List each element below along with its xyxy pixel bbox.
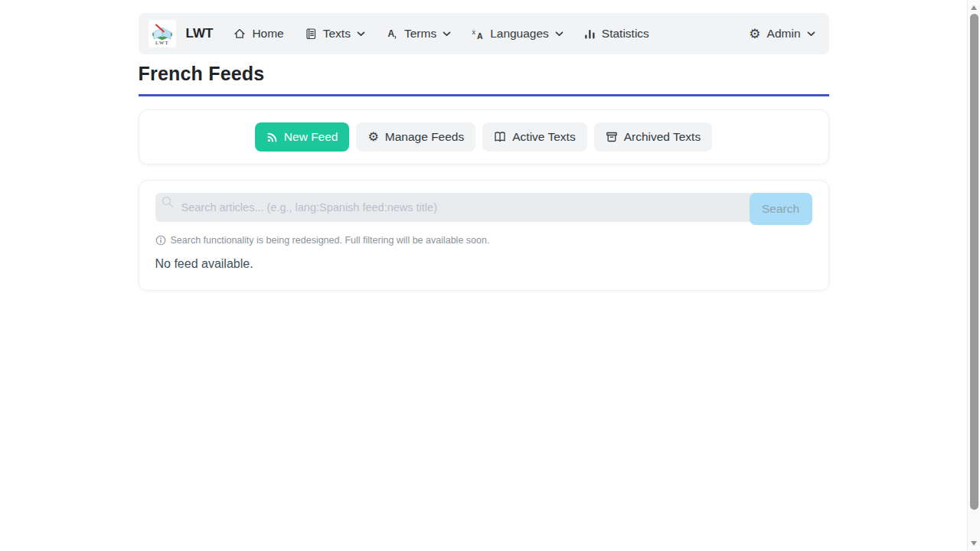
- brand-title[interactable]: LWT: [186, 26, 214, 41]
- scrollbar[interactable]: [967, 0, 980, 551]
- bar-chart-icon: [584, 28, 596, 40]
- search-input-wrap: [155, 193, 766, 222]
- gear-icon: ⚙: [749, 28, 760, 41]
- house-icon: [234, 28, 246, 40]
- nav-item-label: Statistics: [602, 27, 649, 41]
- nav-item-admin[interactable]: ⚙ Admin: [749, 27, 815, 41]
- nav-item-label: Admin: [767, 27, 801, 41]
- nav-item-terms[interactable]: A Terms: [386, 27, 451, 41]
- lwt-logo-icon: LWT: [150, 21, 175, 46]
- nav-item-home[interactable]: Home: [234, 27, 283, 41]
- scrollbar-up-arrow[interactable]: [971, 5, 977, 10]
- active-texts-label: Active Texts: [512, 130, 575, 144]
- rss-icon: [266, 132, 278, 143]
- lwt-logo[interactable]: LWT: [149, 20, 176, 47]
- manage-feeds-label: Manage Feeds: [385, 130, 464, 144]
- scrollbar-thumb[interactable]: [970, 14, 978, 510]
- chevron-down-icon: [555, 31, 564, 37]
- svg-text:A: A: [477, 31, 483, 41]
- nav-item-label: Terms: [404, 27, 436, 41]
- search-input[interactable]: [155, 193, 766, 222]
- page-viewport: LWT LWT Home: [0, 0, 980, 291]
- page-title: French Feeds: [139, 63, 829, 85]
- search-icon: [161, 195, 175, 212]
- archived-texts-button[interactable]: Archived Texts: [594, 122, 713, 152]
- chevron-down-icon: [357, 31, 365, 37]
- svg-text:A: A: [387, 28, 394, 39]
- nav-item-statistics[interactable]: Statistics: [584, 27, 649, 41]
- new-feed-button[interactable]: New Feed: [255, 122, 350, 152]
- archive-icon: [606, 131, 618, 143]
- search-button[interactable]: Search: [750, 193, 812, 225]
- book-open-icon: [494, 131, 506, 143]
- new-feed-label: New Feed: [284, 130, 338, 144]
- translate-icon: ẋ A: [472, 28, 484, 40]
- letter-a-accent-icon: A: [386, 28, 398, 40]
- feeds-list-card: Search Search functionality is being red…: [139, 180, 829, 291]
- scrollbar-down-arrow[interactable]: [971, 541, 977, 546]
- nav-item-label: Languages: [490, 27, 549, 41]
- empty-feeds-message: No feed available.: [155, 257, 812, 271]
- lwt-logo-caption: LWT: [155, 40, 169, 45]
- search-info-text: Search functionality is being redesigned…: [171, 235, 490, 246]
- chevron-down-icon: [807, 31, 815, 37]
- chevron-down-icon: [443, 31, 451, 37]
- svg-text:ẋ: ẋ: [472, 28, 476, 36]
- manage-feeds-button[interactable]: ⚙ Manage Feeds: [356, 122, 475, 152]
- nav-item-label: Home: [252, 27, 283, 41]
- title-divider: [139, 94, 829, 96]
- gear-icon: ⚙: [368, 131, 378, 143]
- archived-texts-label: Archived Texts: [624, 130, 701, 144]
- active-texts-button[interactable]: Active Texts: [482, 122, 586, 152]
- search-bar: Search: [155, 193, 812, 225]
- nav-item-languages[interactable]: ẋ A Languages: [472, 27, 564, 41]
- feeds-toolbar-card: New Feed ⚙ Manage Feeds Active Texts: [139, 109, 829, 165]
- nav-item-label: Texts: [323, 27, 351, 41]
- journal-icon: [305, 28, 317, 40]
- top-navbar: LWT LWT Home: [139, 13, 829, 54]
- info-icon: [155, 235, 166, 246]
- nav-item-texts[interactable]: Texts: [305, 27, 365, 41]
- search-info-note: Search functionality is being redesigned…: [155, 235, 812, 246]
